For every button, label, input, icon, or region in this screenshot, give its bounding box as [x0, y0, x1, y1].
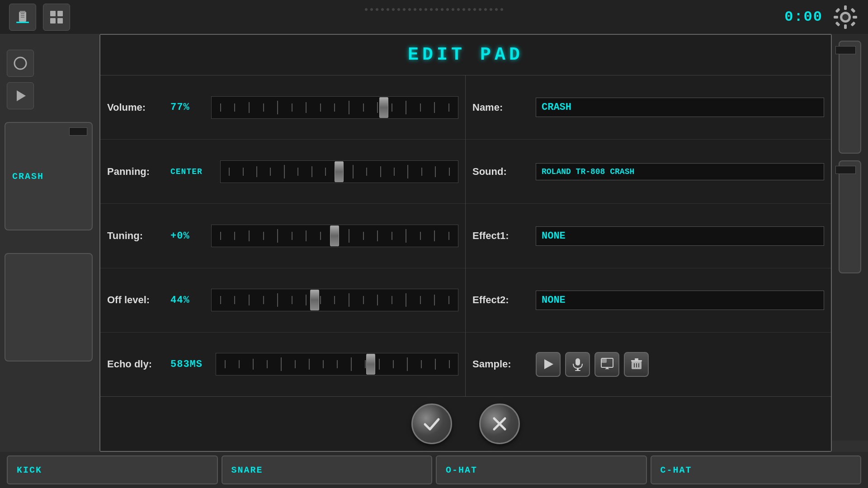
volume-slider[interactable] — [211, 96, 458, 119]
svg-rect-14 — [834, 16, 838, 19]
sound-label: Sound: — [472, 166, 531, 178]
echodly-thumb[interactable] — [366, 354, 375, 375]
time-display: 0:00 — [784, 9, 823, 25]
sample-row: Sample: — [466, 333, 831, 396]
offlevel-label: Off level: — [107, 294, 166, 306]
circle-icon-btn[interactable] — [7, 50, 34, 77]
svg-rect-6 — [50, 11, 56, 16]
svg-rect-27 — [601, 358, 607, 363]
left-toolbar — [7, 50, 34, 109]
sound-input[interactable] — [536, 163, 824, 180]
effect1-input[interactable] — [536, 226, 824, 246]
grid-icon-btn[interactable] — [43, 4, 70, 31]
top-dots — [365, 8, 503, 11]
effect2-label: Effect2: — [472, 294, 531, 306]
svg-rect-18 — [835, 21, 840, 26]
ohat-pad-label: O-HAT — [446, 465, 477, 475]
name-label: Name: — [472, 102, 531, 113]
right-indicator-upper — [835, 46, 856, 54]
svg-point-20 — [14, 57, 26, 69]
tuning-thumb[interactable] — [330, 225, 339, 246]
tuning-value: +0% — [170, 230, 207, 242]
svg-rect-31 — [635, 358, 638, 360]
volume-thumb[interactable] — [379, 97, 388, 118]
sample-record-button[interactable] — [565, 352, 590, 377]
snare-pad-button[interactable]: SNARE — [222, 455, 433, 484]
svg-rect-16 — [835, 8, 840, 13]
panning-thumb[interactable] — [335, 161, 344, 182]
svg-point-11 — [842, 14, 849, 20]
crash-pad-button[interactable]: CRASH — [5, 122, 93, 230]
sample-delete-button[interactable] — [624, 352, 649, 377]
svg-rect-2 — [20, 11, 25, 13]
ohat-pad-button[interactable]: O-HAT — [436, 455, 647, 484]
sample-label: Sample: — [472, 358, 531, 370]
svg-marker-22 — [544, 359, 553, 369]
left-pad-lower-area — [0, 249, 97, 366]
svg-rect-25 — [575, 370, 580, 371]
settings-icon-btn[interactable] — [832, 4, 859, 31]
echodly-value: 583MS — [170, 359, 211, 370]
sample-import-button[interactable] — [594, 352, 619, 377]
echodly-label: Echo dly: — [107, 358, 166, 370]
tuning-label: Tuning: — [107, 230, 166, 242]
right-params-col: Name: Sound: Effect1: Effect2: — [466, 75, 831, 396]
tuning-slider[interactable] — [211, 225, 458, 247]
panning-label: Panning: — [107, 166, 166, 178]
dialog-footer — [100, 397, 831, 451]
right-pad-upper[interactable] — [839, 41, 861, 154]
svg-rect-0 — [16, 22, 29, 23]
svg-rect-13 — [844, 24, 847, 29]
svg-rect-8 — [50, 18, 56, 23]
cancel-button[interactable] — [479, 404, 520, 444]
effect2-input[interactable] — [536, 291, 824, 310]
effect2-row: Effect2: — [466, 268, 831, 333]
name-input[interactable] — [536, 98, 824, 117]
svg-rect-12 — [844, 5, 847, 10]
echodly-slider[interactable] — [216, 353, 458, 375]
panning-slider[interactable] — [220, 160, 458, 183]
chat-pad-button[interactable]: C-HAT — [651, 455, 862, 484]
crash-pad-area: CRASH — [0, 117, 97, 235]
offlevel-row: Off level: 44% — [100, 268, 465, 333]
dialog-header: EDIT PAD — [100, 35, 831, 75]
offlevel-thumb[interactable] — [310, 290, 319, 310]
sample-play-button[interactable] — [536, 352, 561, 377]
top-bar: 0:00 — [0, 0, 868, 34]
svg-rect-30 — [631, 360, 642, 361]
svg-rect-9 — [57, 18, 63, 23]
confirm-button[interactable] — [411, 404, 452, 444]
pencil-icon-btn[interactable] — [9, 4, 36, 31]
bottom-bar: KICK SNARE O-HAT C-HAT — [0, 452, 868, 488]
snare-pad-label: SNARE — [231, 465, 263, 475]
svg-rect-23 — [576, 358, 580, 366]
chat-pad-label: C-HAT — [660, 465, 692, 475]
panning-value: CENTER — [170, 167, 216, 176]
kick-pad-label: KICK — [17, 465, 42, 475]
left-pad-lower-button[interactable] — [5, 253, 93, 361]
echodly-row: Echo dly: 583MS — [100, 333, 465, 396]
effect1-label: Effect1: — [472, 230, 531, 242]
svg-rect-15 — [853, 16, 857, 19]
kick-pad-button[interactable]: KICK — [7, 455, 218, 484]
left-params-col: Volume: 77% — [100, 75, 466, 396]
svg-rect-17 — [850, 8, 855, 13]
right-sidebar — [832, 34, 868, 441]
svg-rect-24 — [577, 368, 579, 370]
right-indicator-lower — [835, 166, 856, 174]
params-area: Volume: 77% — [100, 75, 831, 397]
svg-rect-19 — [850, 21, 855, 26]
svg-rect-28 — [607, 367, 608, 369]
offlevel-slider[interactable] — [211, 289, 458, 311]
echodly-ticks — [216, 353, 458, 375]
panning-row: Panning: CENTER — [100, 140, 465, 204]
effect1-row: Effect1: — [466, 204, 831, 268]
top-right: 0:00 — [784, 4, 859, 31]
right-pad-lower[interactable] — [839, 160, 861, 273]
sound-row: Sound: — [466, 140, 831, 204]
svg-rect-7 — [57, 11, 63, 16]
volume-value: 77% — [170, 102, 207, 113]
play-icon-btn[interactable] — [7, 82, 34, 109]
top-left-icons — [9, 4, 70, 31]
tuning-row: Tuning: +0% — [100, 204, 465, 268]
